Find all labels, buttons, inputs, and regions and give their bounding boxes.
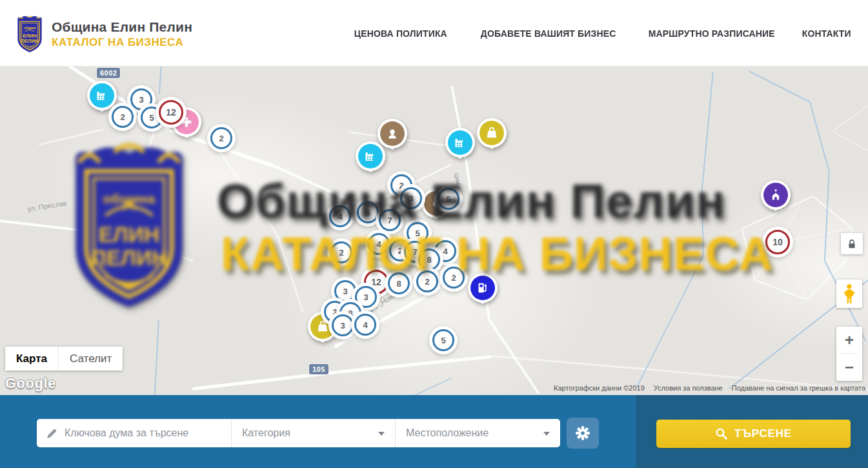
cluster-marker[interactable]: 3 xyxy=(400,187,422,209)
nav-item-add-business[interactable]: ДОБАВЕТЕ ВАШИЯТ БИЗНЕС xyxy=(481,28,616,39)
svg-text:община: община xyxy=(103,191,156,206)
map-type-control: Карта Сателит xyxy=(5,347,123,371)
cluster-marker[interactable]: 8 xyxy=(388,272,410,294)
google-logo[interactable]: Google xyxy=(5,375,56,392)
cluster-marker[interactable]: 2 xyxy=(112,106,134,128)
zoom-out-button[interactable]: − xyxy=(836,354,862,380)
map-line xyxy=(274,165,365,209)
cluster-marker[interactable]: 4 xyxy=(329,205,351,227)
page-title: Община Елин Пелин xyxy=(52,19,192,35)
attribution-terms-link[interactable]: Условия за ползване xyxy=(654,384,723,392)
advanced-search-button[interactable] xyxy=(567,418,599,449)
nav-item-route-schedule[interactable]: МАРШРУТНО РАЗПИСАНИЕ xyxy=(649,28,775,39)
cluster-marker[interactable]: 2 xyxy=(330,241,352,263)
pegman-icon xyxy=(841,283,858,304)
map-line xyxy=(117,233,194,262)
road-number-badge: 6002 xyxy=(97,68,120,78)
map-line xyxy=(277,235,305,313)
zoom-in-button[interactable]: + xyxy=(836,327,862,353)
gear-icon xyxy=(574,425,591,442)
street-view-pegman[interactable] xyxy=(836,280,862,308)
map-line xyxy=(39,128,104,146)
map-line xyxy=(824,172,830,261)
map-line xyxy=(749,70,811,102)
cluster-marker[interactable]: 12 xyxy=(159,100,183,125)
map-line xyxy=(809,102,830,172)
watermark-crest: община ЕЛИН ПЕЛИН xyxy=(55,139,203,316)
map-view-button[interactable]: Карта xyxy=(5,347,58,371)
site-logo[interactable]: община ЕЛИН ПЕЛИН Община Елин Пелин КАТА… xyxy=(14,14,192,54)
svg-text:ПЕЛИН: ПЕЛИН xyxy=(90,245,167,270)
street-label: ул. Преслав xyxy=(26,199,67,213)
location-dropdown[interactable]: Местоположение xyxy=(395,419,560,447)
street-label: ции xyxy=(453,172,462,185)
cluster-marker[interactable]: 2 xyxy=(416,270,438,292)
map-line xyxy=(413,378,452,395)
map-lock-control[interactable] xyxy=(841,233,863,254)
cluster-marker[interactable]: 3 xyxy=(355,286,377,308)
road-number-badge: 105 xyxy=(309,364,328,374)
main-nav: ЦЕНОВА ПОЛИТИКА ДОБАВЕТЕ ВАШИЯТ БИЗНЕС М… xyxy=(347,0,851,66)
pencil-icon xyxy=(46,427,58,440)
search-bar: Категория Местоположение xyxy=(0,395,868,468)
google-map[interactable]: 6002105 ул. Преславбул. „Новоселции xyxy=(0,66,868,395)
map-line xyxy=(0,219,117,236)
map-line xyxy=(833,105,868,132)
category-pin[interactable] xyxy=(477,118,507,157)
church-icon xyxy=(763,183,788,207)
category-pin[interactable] xyxy=(761,180,791,219)
search-submit-button[interactable]: ТЪРСЕНЕ xyxy=(656,420,851,448)
cluster-marker[interactable]: 4 xyxy=(354,314,376,336)
svg-text:община: община xyxy=(24,26,36,30)
category-dropdown-label: Категория xyxy=(242,427,290,439)
map-attribution: Картографски данни ©2019 Условия за полз… xyxy=(554,384,865,392)
page-subtitle: КАТАЛОГ НА БИЗНЕСА xyxy=(52,36,192,49)
chevron-down-icon xyxy=(543,432,550,436)
cluster-marker[interactable]: 5 xyxy=(438,188,459,210)
cluster-marker[interactable]: 3 xyxy=(332,314,354,336)
map-line xyxy=(742,229,756,280)
cluster-marker[interactable]: 3 xyxy=(334,280,356,302)
location-dropdown-label: Местоположение xyxy=(406,427,489,439)
shopping-bag-icon xyxy=(479,121,504,145)
search-icon xyxy=(715,427,728,440)
category-dropdown[interactable]: Категория xyxy=(231,419,395,447)
map-line xyxy=(812,196,852,229)
cluster-marker[interactable]: 5 xyxy=(432,329,454,351)
factory-icon xyxy=(448,130,472,155)
search-button-label: ТЪРСЕНЕ xyxy=(734,427,792,440)
municipality-crest-icon: община ЕЛИН ПЕЛИН xyxy=(14,14,45,54)
keyword-field-section xyxy=(37,419,231,447)
cluster-marker[interactable]: 7 xyxy=(379,209,401,231)
factory-icon xyxy=(90,83,114,108)
nav-item-contacts[interactable]: КОНТАКТИ xyxy=(802,28,851,39)
cluster-marker[interactable]: 6 xyxy=(357,201,379,223)
category-pin[interactable] xyxy=(468,273,498,312)
svg-text:ПЕЛИН: ПЕЛИН xyxy=(21,38,39,44)
cluster-marker[interactable]: 8 xyxy=(418,249,440,270)
nav-item-pricing[interactable]: ЦЕНОВА ПОЛИТИКА xyxy=(354,28,447,39)
map-line xyxy=(492,355,652,371)
map-line xyxy=(154,320,159,395)
category-pin[interactable] xyxy=(356,141,385,180)
cluster-marker[interactable]: 4 xyxy=(368,233,390,255)
map-line xyxy=(135,129,156,190)
padlock-icon xyxy=(845,238,858,250)
chevron-down-icon xyxy=(378,432,385,436)
map-urban-patch xyxy=(271,144,607,395)
map-line xyxy=(159,66,162,94)
map-line xyxy=(701,72,714,190)
site-header: община ЕЛИН ПЕЛИН Община Елин Пелин КАТА… xyxy=(0,0,868,66)
cluster-marker[interactable]: 2 xyxy=(443,267,465,289)
cluster-marker[interactable]: 2 xyxy=(210,127,232,149)
map-line xyxy=(337,355,492,374)
category-pin[interactable] xyxy=(445,128,475,167)
satellite-view-button[interactable]: Сателит xyxy=(58,347,123,371)
map-line xyxy=(833,131,868,151)
factory-icon xyxy=(358,144,383,168)
keyword-search-input[interactable] xyxy=(65,427,226,439)
cluster-marker[interactable]: 10 xyxy=(765,230,790,254)
attribution-report-link[interactable]: Подаване на сигнал за грешка в картата xyxy=(732,384,865,392)
fuel-icon xyxy=(470,276,495,300)
map-line xyxy=(701,190,704,256)
